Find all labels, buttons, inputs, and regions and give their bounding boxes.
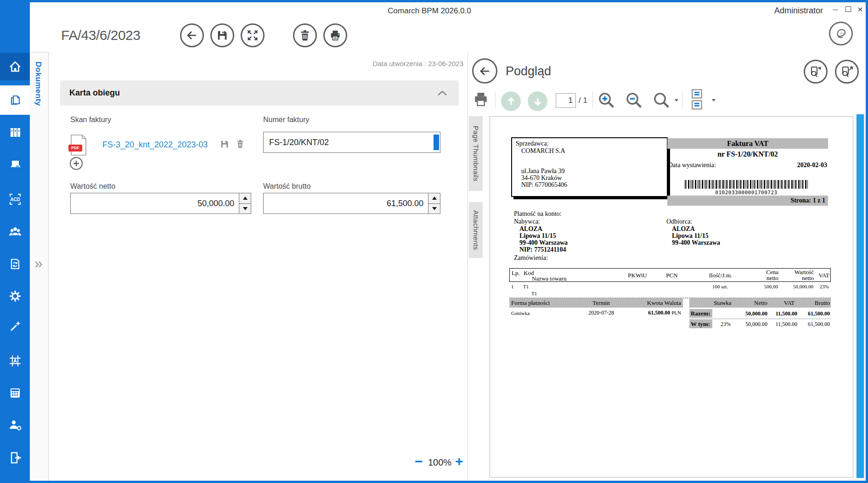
invoice-number-input[interactable]	[263, 132, 440, 153]
seller-city: 34-670 Kraków	[521, 174, 562, 181]
window-minimize-button[interactable]: ─	[830, 5, 840, 15]
sidebar-item-binders[interactable]	[0, 118, 30, 146]
collapse-chevron-icon[interactable]	[437, 90, 447, 96]
buyer-city: 99-400 Warszawa	[519, 239, 568, 246]
calendar-grid-icon	[8, 386, 22, 400]
net-value-input[interactable]	[71, 193, 239, 213]
col-lp: Lp.	[512, 270, 520, 276]
preview-back-button[interactable]	[472, 58, 497, 84]
zoom-options-caret[interactable]	[675, 99, 678, 101]
wtym-label: W tym:	[689, 320, 712, 328]
preview-scrollbar-thumb[interactable]	[857, 114, 864, 478]
add-attachment-button[interactable]	[70, 157, 83, 170]
save-button[interactable]	[210, 23, 234, 47]
window-maximize-button[interactable]: ☐	[843, 5, 853, 15]
exit-door-icon	[8, 451, 22, 465]
magic-wand-icon	[8, 319, 22, 333]
sidebar-item-home[interactable]	[0, 53, 30, 80]
payment-account-label: Płatność na konto:	[514, 210, 561, 217]
razem-vat: 11,500.00	[758, 311, 797, 316]
next-page-button[interactable]	[528, 91, 547, 111]
comarch-logo-button[interactable]	[829, 22, 853, 45]
tab-attachments[interactable]: Attachments	[469, 202, 483, 258]
form-zoom-out-button[interactable]: −	[415, 455, 423, 468]
gross-spin-down-button[interactable]	[428, 203, 440, 214]
open-external-button[interactable]	[835, 60, 859, 84]
attachment-save-button[interactable]	[220, 139, 230, 149]
page-number-input[interactable]	[556, 93, 576, 108]
reload-document-button[interactable]	[804, 60, 828, 84]
sidebar-item-contractors[interactable]	[0, 218, 30, 246]
previous-page-button[interactable]	[501, 91, 521, 111]
input-scrollbar-thumb[interactable]	[434, 135, 439, 150]
document-sync-icon	[8, 257, 22, 271]
tab-page-thumbnails[interactable]: Page Thumbnails	[469, 116, 483, 191]
net-spin-down-button[interactable]	[239, 203, 251, 214]
floppy-icon	[220, 139, 230, 149]
preview-scrollbar-track[interactable]	[856, 113, 865, 479]
plus-icon	[73, 160, 79, 167]
back-arrow-icon	[478, 64, 492, 78]
delete-button[interactable]	[293, 23, 317, 47]
pdf-badge: PDF	[68, 145, 82, 152]
printer-icon	[329, 29, 342, 42]
layout-options-caret[interactable]	[712, 99, 716, 101]
seller-street: ul.Jana Pawła 39	[521, 168, 564, 174]
sidebar-item-acd[interactable]: ACD	[0, 185, 30, 213]
receiver-city: 99-400 Warszawa	[672, 239, 720, 246]
net-spin-up-button[interactable]	[239, 193, 251, 203]
binders-icon	[8, 125, 22, 139]
sidebar-item-user-admin[interactable]	[0, 411, 30, 439]
sidebar-item-documents[interactable]	[0, 85, 30, 115]
back-button[interactable]	[180, 23, 204, 47]
seller-nip: NIP: 6770065406	[521, 181, 567, 188]
form-zoom-level: 100%	[428, 456, 451, 469]
tab-dokumenty-label: Dokumenty	[34, 62, 43, 106]
print-button[interactable]	[323, 23, 347, 47]
app-sidebar: ACD	[0, 0, 30, 483]
tab-dokumenty[interactable]: Dokumenty	[31, 56, 45, 112]
issue-date: 2020-02-03	[759, 162, 827, 168]
printer-icon	[472, 90, 490, 108]
sidebar-item-workstation[interactable]	[0, 151, 30, 178]
viewer-print-button[interactable]	[472, 90, 490, 108]
triangle-up-icon	[243, 197, 248, 200]
page-info-bar: Strona: 1 z 1	[667, 196, 828, 206]
invoice-number: nr FS-1/20/KNT/02	[667, 151, 828, 157]
attachment-delete-button[interactable]	[236, 139, 245, 149]
row-ilosc: 100 szt.	[695, 284, 745, 289]
search-document-button[interactable]	[652, 91, 671, 110]
attachment-link[interactable]: FS-3_20_knt_2022_2023-03	[102, 140, 208, 150]
gross-value-input[interactable]	[264, 193, 428, 213]
payment-waluta: PLN	[671, 310, 681, 315]
window-close-button[interactable]: ✕	[855, 5, 865, 15]
zoom-in-button[interactable]	[597, 91, 616, 110]
pdf-file-icon[interactable]: PDF	[70, 135, 87, 156]
sidebar-item-settings[interactable]	[0, 282, 30, 310]
zoom-out-button[interactable]	[625, 91, 644, 110]
sidebar-item-schedule[interactable]	[0, 379, 30, 407]
expand-panel-chevrons[interactable]: »	[31, 256, 46, 270]
sidebar-item-document-flow[interactable]	[0, 250, 30, 278]
sidebar-item-artwork[interactable]	[0, 347, 30, 375]
receiver-label: Odbiorca:	[666, 218, 692, 225]
payment-kwota-cell: 61,500.00 PLN	[610, 309, 681, 316]
row-lp: 1	[511, 284, 514, 289]
trash-icon	[299, 29, 311, 42]
page-layout-button[interactable]	[689, 89, 705, 111]
sidebar-item-logout[interactable]	[0, 444, 30, 472]
gross-spin-up-button[interactable]	[428, 193, 440, 203]
section-karta-obiegu[interactable]: Karta obiegu	[60, 80, 459, 106]
logged-user: Administrator	[744, 6, 823, 16]
row-vat: 23%	[812, 284, 829, 289]
tab-page-thumbnails-label: Page Thumbnails	[472, 126, 480, 181]
buyer-label: Nabywca:	[514, 218, 540, 225]
sidebar-item-wizard[interactable]	[0, 312, 30, 340]
form-zoom-in-button[interactable]: +	[455, 455, 463, 468]
issue-date-label: Data wystawienia:	[668, 162, 716, 168]
laptop-icon	[8, 157, 22, 171]
svg-text:ACD: ACD	[10, 197, 20, 202]
fullscreen-button[interactable]	[241, 23, 265, 47]
trash-icon	[236, 139, 245, 149]
preview-title: Podgląd	[506, 64, 551, 79]
